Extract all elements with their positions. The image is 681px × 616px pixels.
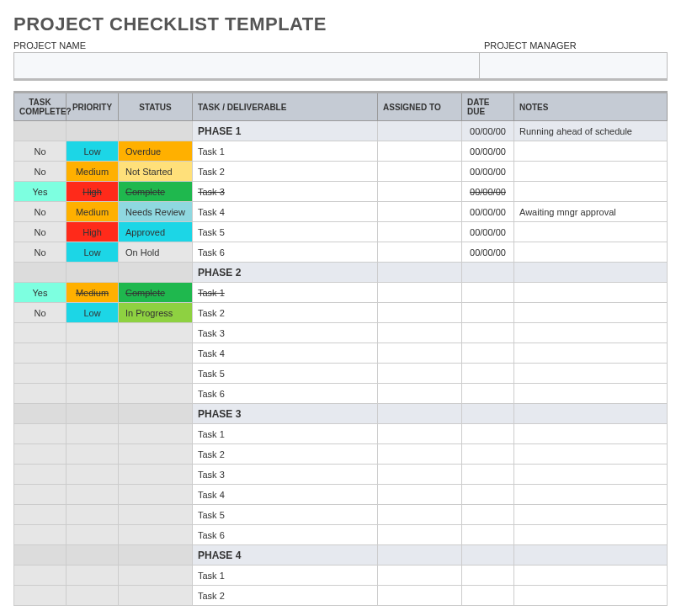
cell-assigned[interactable]	[378, 545, 462, 566]
cell-status[interactable]	[119, 465, 193, 485]
cell-task[interactable]: Task 6	[193, 242, 378, 263]
cell-due[interactable]	[462, 424, 514, 444]
cell-status[interactable]	[119, 485, 193, 505]
cell-priority[interactable]	[67, 485, 119, 505]
cell-assigned[interactable]	[378, 303, 462, 323]
cell-status[interactable]: Needs Review	[119, 202, 193, 222]
cell-notes[interactable]	[514, 424, 668, 444]
cell-status[interactable]: Complete	[119, 283, 193, 303]
cell-assigned[interactable]	[378, 566, 462, 586]
cell-assigned[interactable]	[378, 222, 462, 242]
cell-priority[interactable]	[67, 586, 119, 606]
cell-priority[interactable]	[67, 525, 119, 545]
cell-notes[interactable]	[514, 444, 668, 465]
cell-complete[interactable]	[14, 525, 67, 545]
cell-task[interactable]: Task 4	[193, 202, 378, 222]
cell-status[interactable]	[119, 263, 193, 283]
cell-complete[interactable]	[14, 485, 67, 505]
cell-status[interactable]	[119, 343, 193, 364]
cell-priority[interactable]	[67, 364, 119, 384]
cell-task[interactable]: Task 3	[193, 465, 378, 485]
cell-status[interactable]: On Hold	[119, 242, 193, 263]
cell-assigned[interactable]	[378, 283, 462, 303]
cell-priority[interactable]	[67, 545, 119, 566]
cell-due[interactable]: 00/00/00	[462, 121, 514, 141]
cell-due[interactable]	[462, 364, 514, 384]
cell-assigned[interactable]	[378, 162, 462, 182]
cell-notes[interactable]	[514, 404, 668, 424]
cell-notes[interactable]: Running ahead of schedule	[514, 121, 668, 141]
cell-priority[interactable]: Low	[67, 242, 119, 263]
cell-complete[interactable]: Yes	[14, 182, 67, 202]
cell-complete[interactable]	[14, 505, 67, 525]
cell-complete[interactable]	[14, 404, 67, 424]
cell-due[interactable]: 00/00/00	[462, 182, 514, 202]
cell-priority[interactable]	[67, 444, 119, 465]
cell-assigned[interactable]	[378, 364, 462, 384]
cell-priority[interactable]	[67, 384, 119, 404]
cell-task[interactable]: Task 2	[193, 303, 378, 323]
cell-notes[interactable]	[514, 566, 668, 586]
cell-due[interactable]	[462, 465, 514, 485]
cell-complete[interactable]: Yes	[14, 283, 67, 303]
cell-due[interactable]	[462, 525, 514, 545]
cell-notes[interactable]	[514, 283, 668, 303]
cell-due[interactable]	[462, 384, 514, 404]
cell-status[interactable]	[119, 404, 193, 424]
cell-due[interactable]: 00/00/00	[462, 222, 514, 242]
cell-complete[interactable]	[14, 545, 67, 566]
cell-notes[interactable]	[514, 303, 668, 323]
cell-status[interactable]: Approved	[119, 222, 193, 242]
cell-status[interactable]	[119, 505, 193, 525]
cell-due[interactable]	[462, 263, 514, 283]
cell-complete[interactable]	[14, 343, 67, 364]
cell-status[interactable]	[119, 121, 193, 141]
cell-notes[interactable]	[514, 364, 668, 384]
cell-notes[interactable]	[514, 323, 668, 343]
cell-assigned[interactable]	[378, 323, 462, 343]
cell-status[interactable]	[119, 424, 193, 444]
cell-task[interactable]: Task 6	[193, 525, 378, 545]
cell-complete[interactable]	[14, 384, 67, 404]
cell-task[interactable]: PHASE 1	[193, 121, 378, 141]
project-manager-input[interactable]	[480, 53, 667, 78]
cell-status[interactable]	[119, 364, 193, 384]
cell-notes[interactable]	[514, 242, 668, 263]
cell-status[interactable]	[119, 525, 193, 545]
cell-notes[interactable]	[514, 162, 668, 182]
cell-priority[interactable]: Medium	[67, 202, 119, 222]
cell-due[interactable]	[462, 566, 514, 586]
cell-assigned[interactable]	[378, 384, 462, 404]
cell-assigned[interactable]	[378, 182, 462, 202]
cell-priority[interactable]	[67, 343, 119, 364]
cell-due[interactable]	[462, 444, 514, 465]
cell-due[interactable]	[462, 485, 514, 505]
cell-due[interactable]	[462, 404, 514, 424]
project-name-input[interactable]	[14, 53, 480, 78]
cell-status[interactable]	[119, 384, 193, 404]
cell-complete[interactable]	[14, 424, 67, 444]
cell-task[interactable]: PHASE 3	[193, 404, 378, 424]
cell-notes[interactable]	[514, 525, 668, 545]
cell-priority[interactable]	[67, 323, 119, 343]
cell-notes[interactable]	[514, 263, 668, 283]
cell-complete[interactable]: No	[14, 141, 67, 162]
cell-complete[interactable]: No	[14, 222, 67, 242]
cell-complete[interactable]	[14, 364, 67, 384]
cell-notes[interactable]	[514, 343, 668, 364]
cell-complete[interactable]: No	[14, 303, 67, 323]
cell-due[interactable]	[462, 505, 514, 525]
cell-task[interactable]: Task 6	[193, 384, 378, 404]
cell-assigned[interactable]	[378, 465, 462, 485]
cell-priority[interactable]	[67, 566, 119, 586]
cell-status[interactable]	[119, 545, 193, 566]
cell-notes[interactable]	[514, 485, 668, 505]
cell-complete[interactable]	[14, 586, 67, 606]
cell-status[interactable]: Overdue	[119, 141, 193, 162]
cell-task[interactable]: Task 5	[193, 364, 378, 384]
cell-notes[interactable]	[514, 545, 668, 566]
cell-priority[interactable]: Medium	[67, 283, 119, 303]
cell-complete[interactable]: No	[14, 202, 67, 222]
cell-due[interactable]: 00/00/00	[462, 202, 514, 222]
cell-complete[interactable]: No	[14, 242, 67, 263]
